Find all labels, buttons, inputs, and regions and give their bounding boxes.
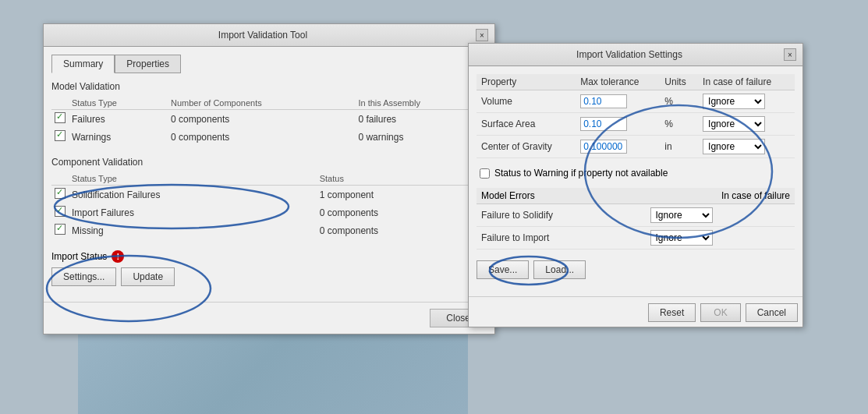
col-status-type: Status Type <box>69 97 168 110</box>
model-errors-failure-col-label: In case of failure <box>721 190 790 201</box>
col-max-tolerance: Max tolerance <box>576 74 660 90</box>
num-components-warnings: 0 components <box>168 128 355 146</box>
num-components-failures: 0 components <box>168 110 355 129</box>
checkbox-missing[interactable] <box>55 224 66 235</box>
cog-tolerance-input[interactable] <box>580 140 627 154</box>
import-status-row: Import Status ! <box>51 250 487 263</box>
main-dialog-title: Import Validation Tool <box>50 30 476 41</box>
table-row: Failures 0 components 0 failures <box>51 110 487 129</box>
cv-status-solidification: 1 component <box>317 186 487 204</box>
main-dialog-footer: Close <box>44 302 494 334</box>
status-type-warnings: Warnings <box>69 128 168 146</box>
in-assembly-warnings: 0 warnings <box>355 128 487 146</box>
checkbox-failures[interactable] <box>55 112 66 123</box>
table-row: Warnings 0 components 0 warnings <box>51 128 487 146</box>
cv-status-missing: 0 components <box>317 221 487 239</box>
error-solidify: Failure to Solidify <box>477 204 646 227</box>
main-dialog-titlebar: Import Validation Tool × <box>44 24 494 47</box>
volume-tolerance-input[interactable] <box>580 94 627 108</box>
import-status-section: Import Status ! Settings... Update <box>51 250 487 286</box>
settings-dialog-titlebar: Import Validation Settings × <box>469 44 802 66</box>
checkbox-solidification[interactable] <box>55 188 66 199</box>
settings-dialog-close-button[interactable]: × <box>784 48 796 61</box>
ok-button[interactable]: OK <box>700 303 740 322</box>
component-validation-header: Component Validation <box>51 157 487 168</box>
settings-dialog-title: Import Validation Settings <box>475 49 784 60</box>
error-import: Failure to Import <box>477 227 646 249</box>
volume-failure-select[interactable]: IgnoreWarnError <box>703 94 765 109</box>
component-validation-table: Status Type Status Solidification Failur… <box>51 172 487 239</box>
col-checkbox-spacer <box>51 97 69 110</box>
surface-area-tolerance-input[interactable] <box>580 117 627 131</box>
import-validation-dialog: Import Validation Tool × Summary Propert… <box>43 23 495 334</box>
col-units: Units <box>660 74 698 90</box>
component-validation-section: Component Validation Status Type Status … <box>51 157 487 239</box>
table-row: Solidification Failures 1 component <box>51 186 487 204</box>
tab-summary[interactable]: Summary <box>51 55 115 73</box>
model-errors-table: Failure to Solidify IgnoreWarnError Fail… <box>477 204 795 249</box>
table-row: Missing 0 components <box>51 221 487 239</box>
table-row: Volume % IgnoreWarnError <box>477 90 795 113</box>
col-cv-spacer <box>51 172 69 186</box>
settings-footer: Reset OK Cancel <box>469 296 802 327</box>
cv-type-solidification: Solidification Failures <box>69 186 317 204</box>
prop-volume: Volume <box>477 90 576 113</box>
import-status-buttons: Settings... Update <box>51 267 487 286</box>
cv-type-missing: Missing <box>69 221 317 239</box>
model-validation-table: Status Type Number of Components In this… <box>51 97 487 146</box>
cancel-button[interactable]: Cancel <box>746 303 798 322</box>
status-warning-checkbox-row: Status to Warning if property not availa… <box>477 168 795 179</box>
prop-surface-area: Surface Area <box>477 113 576 136</box>
table-row: Center of Gravity in IgnoreWarnError <box>477 136 795 158</box>
load-button[interactable]: Load... <box>533 260 586 279</box>
table-row: Surface Area % IgnoreWarnError <box>477 113 795 136</box>
settings-button[interactable]: Settings... <box>51 267 116 286</box>
tabs-bar: Summary Properties <box>51 55 487 73</box>
cog-failure-select[interactable]: IgnoreWarnError <box>703 139 765 154</box>
update-button[interactable]: Update <box>121 267 175 286</box>
col-cv-status: Status <box>317 172 487 186</box>
volume-units: % <box>660 90 698 113</box>
tab-properties[interactable]: Properties <box>115 55 181 73</box>
surface-area-units: % <box>660 113 698 136</box>
cog-units: in <box>660 136 698 158</box>
property-settings-table: Property Max tolerance Units In case of … <box>477 74 795 158</box>
error-icon: ! <box>112 250 124 263</box>
col-in-assembly: In this Assembly <box>355 97 487 110</box>
prop-center-gravity: Center of Gravity <box>477 136 576 158</box>
main-dialog-content: Summary Properties Model Validation Stat… <box>44 47 494 302</box>
checkbox-import-failures[interactable] <box>55 206 66 217</box>
model-errors-section: Model Errors In case of failure Failure … <box>477 188 795 249</box>
col-num-components: Number of Components <box>168 97 355 110</box>
table-row: Failure to Solidify IgnoreWarnError <box>477 204 795 227</box>
main-dialog-close-button[interactable]: × <box>476 29 488 41</box>
settings-content: Property Max tolerance Units In case of … <box>469 66 802 296</box>
table-row: Import Failures 0 components <box>51 203 487 221</box>
model-validation-header: Model Validation <box>51 81 487 92</box>
col-property: Property <box>477 74 576 90</box>
import-failure-select[interactable]: IgnoreWarnError <box>650 230 713 246</box>
status-warning-label: Status to Warning if property not availa… <box>494 168 668 179</box>
checkbox-warnings[interactable] <box>55 130 66 141</box>
in-assembly-failures: 0 failures <box>355 110 487 129</box>
col-in-case-of-failure: In case of failure <box>698 74 795 90</box>
status-type-failures: Failures <box>69 110 168 129</box>
col-cv-status-type: Status Type <box>69 172 317 186</box>
reset-button[interactable]: Reset <box>648 303 696 322</box>
surface-area-failure-select[interactable]: IgnoreWarnError <box>703 116 765 132</box>
import-status-label: Import Status <box>51 251 107 262</box>
cv-status-import: 0 components <box>317 203 487 221</box>
cv-type-import: Import Failures <box>69 203 317 221</box>
solidify-failure-select[interactable]: IgnoreWarnError <box>650 207 713 223</box>
status-warning-checkbox[interactable] <box>480 168 490 179</box>
settings-actions: Save... Load... <box>477 260 795 279</box>
save-button[interactable]: Save... <box>477 260 529 279</box>
model-errors-label: Model Errors <box>481 190 535 201</box>
table-row: Failure to Import IgnoreWarnError <box>477 227 795 249</box>
import-validation-settings-dialog: Import Validation Settings × Property Ma… <box>468 43 803 327</box>
